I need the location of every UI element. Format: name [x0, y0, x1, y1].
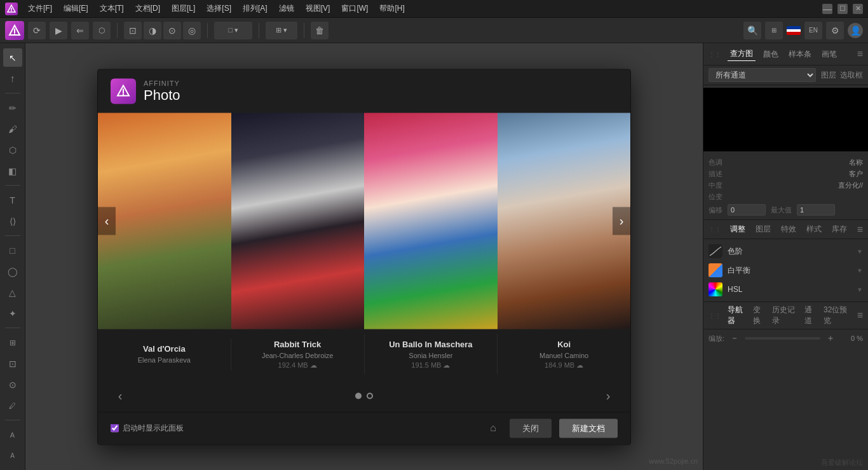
- tool-paint[interactable]: 🖌: [3, 120, 22, 138]
- selection-tab[interactable]: 选取框: [840, 70, 863, 81]
- tool-btn-6[interactable]: ⊞ ▾: [266, 22, 297, 39]
- tool-pointer[interactable]: ↖: [3, 48, 22, 67]
- menu-edit[interactable]: 编辑[E]: [58, 2, 93, 15]
- menu-layer[interactable]: 图层[L]: [166, 2, 200, 15]
- tool-text-frame[interactable]: A: [3, 425, 22, 444]
- tool-3[interactable]: ⬡: [3, 141, 22, 159]
- zoom-fit-button[interactable]: ⊞: [765, 22, 783, 39]
- menu-view[interactable]: 视图[V]: [301, 2, 336, 15]
- adj-item-curves[interactable]: 色阶 ▼: [703, 242, 868, 261]
- maximize-button[interactable]: ☐: [837, 4, 848, 14]
- lang-text[interactable]: EN: [804, 22, 822, 39]
- tab-swatches[interactable]: 样本条: [786, 48, 814, 61]
- gallery-next-button[interactable]: ›: [599, 386, 618, 405]
- tool-8[interactable]: △: [3, 283, 22, 301]
- menu-text[interactable]: 文本[T]: [95, 2, 129, 15]
- tab-histogram[interactable]: 查方图: [728, 47, 756, 61]
- gallery-item-1[interactable]: ‹: [98, 113, 231, 329]
- close-button[interactable]: ✕: [853, 4, 863, 14]
- tab-color[interactable]: 颜色: [761, 48, 781, 61]
- max-input[interactable]: [797, 204, 835, 216]
- tool-6[interactable]: □: [3, 241, 22, 259]
- adj-tab-layer[interactable]: 图层: [753, 223, 773, 236]
- new-document-button[interactable]: ⟳: [28, 22, 46, 39]
- bottom-tab-transform[interactable]: 变换: [753, 305, 767, 326]
- adj-tab-effects[interactable]: 特效: [778, 223, 799, 236]
- tab-brushes[interactable]: 画笔: [819, 48, 839, 61]
- tool-12[interactable]: 🖊: [3, 396, 22, 415]
- new-document-splash-button[interactable]: 新建文档: [559, 418, 618, 438]
- tool-btn-1[interactable]: ⊡: [124, 22, 142, 39]
- gallery-caption-1[interactable]: Val d'Orcia Elena Paraskeva: [98, 338, 231, 370]
- zoom-out-button[interactable]: －: [728, 332, 741, 345]
- gallery-caption-4[interactable]: Koi Manuel Camino 184.9 MB ☁: [498, 335, 630, 375]
- menu-filter[interactable]: 滤镜: [274, 2, 299, 15]
- tool-btn-5[interactable]: □ ▾: [214, 22, 252, 39]
- layers-tab[interactable]: 图层: [821, 70, 836, 81]
- startup-checkbox-label[interactable]: 启动时显示此面板: [111, 423, 184, 434]
- bottom-panel-menu-button[interactable]: ≡: [857, 310, 863, 321]
- menu-file[interactable]: 文件[F]: [23, 2, 57, 15]
- bottom-tab-history[interactable]: 历史记录: [772, 305, 799, 326]
- gallery-item-3[interactable]: [364, 113, 498, 329]
- tool-type[interactable]: T: [3, 191, 22, 209]
- channel-filter-select[interactable]: 所有通道: [709, 68, 816, 82]
- adj-menu-button[interactable]: ≡: [857, 224, 863, 235]
- menu-select[interactable]: 选择[S]: [201, 2, 236, 15]
- tool-bottom-2[interactable]: A: [3, 446, 22, 465]
- adj-tab-styles[interactable]: 样式: [804, 223, 824, 236]
- gallery-item-4[interactable]: ›: [498, 113, 631, 329]
- tool-4[interactable]: ◧: [3, 162, 22, 180]
- bottom-tab-32bit[interactable]: 32位预览: [824, 305, 852, 326]
- share-button[interactable]: ⬡: [93, 22, 111, 39]
- tool-brush[interactable]: ✏: [3, 99, 22, 117]
- close-splash-button[interactable]: 关闭: [510, 418, 552, 438]
- gallery-prev-button[interactable]: ‹: [111, 386, 130, 405]
- gallery-nav-left[interactable]: ‹: [98, 207, 116, 235]
- history-back-button[interactable]: ⇐: [71, 22, 89, 39]
- tool-11[interactable]: ⊙: [3, 375, 22, 394]
- nav-dot-2[interactable]: [367, 392, 373, 399]
- home-button[interactable]: ⌂: [484, 418, 502, 436]
- zoom-slider-track[interactable]: [745, 337, 820, 340]
- tool-cursor[interactable]: ↑: [3, 69, 22, 88]
- tool-btn-2[interactable]: ◑: [144, 22, 161, 39]
- menu-help[interactable]: 帮助[H]: [374, 2, 409, 15]
- nav-dot-1[interactable]: [355, 392, 362, 399]
- menu-doc[interactable]: 文档[D]: [130, 2, 165, 15]
- trash-button[interactable]: 🗑: [311, 22, 329, 39]
- right-panel: ⋮⋮ 查方图 颜色 样本条 画笔 ≡ 所有通道 图层 选取框 色调 名称: [703, 43, 868, 470]
- adj-item-hsl[interactable]: HSL ▼: [703, 280, 868, 299]
- tool-9[interactable]: ✦: [3, 304, 22, 322]
- adj-tab-library[interactable]: 库存: [829, 223, 850, 236]
- settings-button[interactable]: ⚙: [826, 22, 844, 39]
- tool-crop[interactable]: ⊞: [3, 333, 22, 352]
- tool-10[interactable]: ⊡: [3, 354, 22, 373]
- gallery-item-2[interactable]: [231, 113, 365, 329]
- bottom-tab-channels[interactable]: 通道: [804, 305, 818, 326]
- startup-checkbox[interactable]: [111, 424, 119, 432]
- menu-window[interactable]: 窗口[W]: [336, 2, 373, 15]
- open-button[interactable]: ▶: [50, 22, 67, 39]
- tool-btn-4[interactable]: ◎: [183, 22, 201, 39]
- tool-5[interactable]: ⟨⟩: [3, 212, 22, 230]
- user-avatar[interactable]: 👤: [848, 23, 863, 38]
- language-flag[interactable]: [787, 26, 801, 35]
- tool-sep-3: [5, 235, 20, 236]
- offset-input[interactable]: [728, 204, 766, 216]
- minimize-button[interactable]: —: [822, 4, 832, 14]
- gallery-caption-2[interactable]: Rabbit Trick Jean-Charles Debroize 192.4…: [231, 335, 365, 375]
- adj-item-wb[interactable]: 白平衡 ▼: [703, 261, 868, 280]
- bottom-tab-navigator[interactable]: 导航器: [728, 305, 748, 326]
- tool-btn-3[interactable]: ⊙: [163, 22, 181, 39]
- tool-7[interactable]: ◯: [3, 262, 22, 280]
- adj-tab-adjustment[interactable]: 调整: [728, 223, 748, 236]
- search-button[interactable]: 🔍: [743, 22, 761, 39]
- zoom-in-button[interactable]: ＋: [824, 332, 837, 345]
- gallery-nav-right[interactable]: ›: [613, 207, 630, 235]
- gallery-caption-3[interactable]: Un Ballo In Maschera Sonia Hensler 191.5…: [365, 335, 498, 375]
- max-label: 最大值: [771, 205, 792, 215]
- panel-menu-button[interactable]: ≡: [857, 48, 863, 60]
- panel-grip-2: ⋮⋮: [709, 226, 721, 233]
- menu-arrange[interactable]: 排列[A]: [238, 2, 273, 15]
